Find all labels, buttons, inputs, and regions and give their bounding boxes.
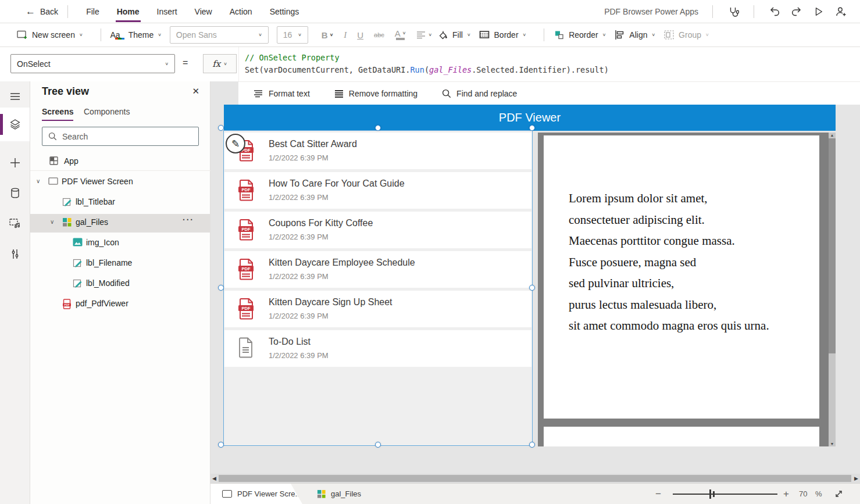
- file-modified-date: 1/2/2022 6:39 PM: [269, 153, 329, 162]
- tree-item-lbl-modified[interactable]: lbl_Modified: [30, 275, 210, 292]
- tree-item-lbl-titlebar[interactable]: lbl_Titlebar: [30, 194, 210, 211]
- text-align-button[interactable]: ∨: [411, 31, 437, 39]
- new-screen-button[interactable]: New screen ∨: [16, 30, 83, 40]
- back-button[interactable]: ← Back: [26, 6, 58, 17]
- scroll-right-icon[interactable]: ▶: [854, 476, 858, 481]
- bold-button[interactable]: B∨: [316, 30, 338, 40]
- strikethrough-button[interactable]: abc: [369, 31, 390, 38]
- selection-handle[interactable]: [218, 125, 224, 131]
- menu-item-file[interactable]: File: [77, 0, 108, 23]
- status-control-tab[interactable]: gal_Files: [317, 484, 361, 504]
- rail-advanced-tools-button[interactable]: [0, 241, 30, 267]
- pdf-scrollbar-thumb[interactable]: [829, 138, 836, 353]
- fit-to-window-button[interactable]: [834, 489, 844, 499]
- file-item-4[interactable]: PDFKitten Daycare Employee Schedule1/2/2…: [224, 251, 531, 288]
- hamburger-menu-button[interactable]: [0, 84, 30, 109]
- redo-button[interactable]: [786, 3, 808, 20]
- zoom-value: 70: [799, 484, 807, 504]
- pdf-scrollbar[interactable]: ▲ ▼: [829, 133, 836, 446]
- selection-handle[interactable]: [218, 442, 224, 448]
- rail-insert-button[interactable]: [0, 150, 30, 176]
- font-color-button[interactable]: A∨: [390, 30, 412, 40]
- pdf-viewer-control[interactable]: Lorem ipsum dolor sit amet,consectetuer …: [538, 133, 836, 446]
- tab-components[interactable]: Components: [84, 105, 130, 121]
- zoom-out-button[interactable]: −: [655, 484, 661, 504]
- tree-item-lbl-filename[interactable]: lbl_Filename: [30, 255, 210, 272]
- share-button[interactable]: [830, 3, 852, 20]
- menu-item-insert[interactable]: Insert: [148, 0, 186, 23]
- horizontal-scrollbar-thumb[interactable]: [219, 475, 851, 482]
- file-item-1[interactable]: PDFBest Cat Sitter Award1/2/2022 6:39 PM: [224, 133, 531, 169]
- scroll-left-icon[interactable]: ◀: [212, 476, 216, 481]
- scroll-down-icon[interactable]: ▼: [829, 442, 836, 446]
- undo-button[interactable]: [763, 3, 786, 20]
- tree-item-img-icon[interactable]: img_Icon: [30, 234, 210, 252]
- files-gallery[interactable]: PDFBest Cat Sitter Award1/2/2022 6:39 PM…: [224, 131, 532, 445]
- rail-tree-view-button[interactable]: [0, 108, 30, 141]
- property-select[interactable]: OnSelect ∨: [10, 54, 175, 73]
- fill-bucket-icon: [437, 30, 448, 41]
- tree-item-pdf-pdfviewer[interactable]: PDFpdf_PdfViewer: [30, 295, 210, 313]
- remove-formatting-button[interactable]: Remove formatting: [334, 89, 417, 98]
- search-icon: [48, 132, 57, 141]
- menu-item-action[interactable]: Action: [221, 0, 261, 23]
- selection-handle[interactable]: [375, 442, 381, 448]
- fill-label: Fill: [452, 30, 463, 40]
- selection-handle[interactable]: [375, 125, 381, 131]
- close-icon[interactable]: ✕: [192, 86, 199, 96]
- font-size-select[interactable]: 16 ∨: [277, 26, 308, 44]
- edit-pencil-badge[interactable]: ✎: [226, 134, 245, 153]
- chevron-down-icon[interactable]: ∨: [36, 178, 40, 184]
- border-button[interactable]: Border ∨: [479, 30, 527, 40]
- format-text-button[interactable]: Format text: [254, 89, 310, 98]
- formula-editor[interactable]: // OnSelect Property Set(varDocumentCurr…: [238, 47, 860, 81]
- label-icon: [62, 197, 72, 207]
- file-item-5[interactable]: PDFKitten Daycare Sign Up Sheet1/2/2022 …: [224, 291, 531, 327]
- selection-handle[interactable]: [529, 125, 535, 131]
- tree-item-app[interactable]: App: [30, 151, 210, 171]
- tree-item-gal-files[interactable]: ∨gal_Files···: [30, 214, 210, 233]
- pdf-file-icon: PDF: [237, 179, 255, 201]
- canvas-horizontal-scrollbar[interactable]: ◀ ▶: [210, 474, 860, 483]
- underline-label: U: [357, 30, 363, 40]
- tree-search-input[interactable]: Search: [42, 127, 199, 146]
- group-button[interactable]: Group ∨: [663, 30, 709, 40]
- file-item-6[interactable]: To-Do List1/2/2022 6:39 PM: [224, 330, 531, 367]
- rail-media-button[interactable]: [0, 210, 30, 236]
- italic-button[interactable]: I: [338, 30, 352, 40]
- preview-button[interactable]: [808, 3, 830, 20]
- status-screen-tab[interactable]: PDF Viewer Scre...: [210, 484, 302, 504]
- tree-item-label: pdf_PdfViewer: [76, 299, 129, 308]
- underline-button[interactable]: U: [352, 30, 369, 40]
- database-icon: [9, 187, 21, 199]
- menu-item-home[interactable]: Home: [108, 0, 148, 23]
- chevron-down-icon: ∨: [298, 33, 302, 37]
- selection-handle[interactable]: [218, 285, 224, 291]
- align-button[interactable]: Align ∨: [614, 30, 655, 40]
- file-item-2[interactable]: PDFHow To Care For Your Cat Guide1/2/202…: [224, 172, 531, 209]
- group-icon: [663, 30, 675, 40]
- app-checker-button[interactable]: [722, 3, 744, 20]
- font-select[interactable]: Open Sans ∨: [170, 26, 269, 44]
- more-options-icon[interactable]: ···: [183, 215, 194, 224]
- zoom-slider-thumb[interactable]: [709, 489, 711, 499]
- zoom-slider-track[interactable]: [673, 494, 777, 495]
- menu-item-view[interactable]: View: [186, 0, 221, 23]
- theme-button[interactable]: Aa Theme ∨: [110, 30, 162, 40]
- scroll-up-icon[interactable]: ▲: [829, 133, 836, 137]
- fill-button[interactable]: Fill ∨: [437, 30, 470, 41]
- svg-text:PDF: PDF: [65, 303, 70, 306]
- menu-item-settings[interactable]: Settings: [261, 0, 308, 23]
- tab-screens[interactable]: Screens: [42, 105, 73, 121]
- rail-data-button[interactable]: [0, 180, 30, 206]
- fx-button[interactable]: fx ∨: [203, 54, 237, 73]
- file-item-3[interactable]: PDFCoupons For Kitty Coffee1/2/2022 6:39…: [224, 212, 531, 248]
- selection-handle[interactable]: [529, 442, 535, 448]
- tree-item-pdf-viewer-screen[interactable]: ∨PDF Viewer Screen: [30, 173, 210, 191]
- chevron-down-icon[interactable]: ∨: [50, 219, 54, 225]
- zoom-in-button[interactable]: +: [783, 484, 789, 504]
- reorder-label: Reorder: [569, 30, 598, 40]
- find-replace-button[interactable]: Find and replace: [442, 89, 517, 98]
- selection-handle[interactable]: [529, 285, 535, 291]
- reorder-button[interactable]: Reorder ∨: [554, 30, 606, 41]
